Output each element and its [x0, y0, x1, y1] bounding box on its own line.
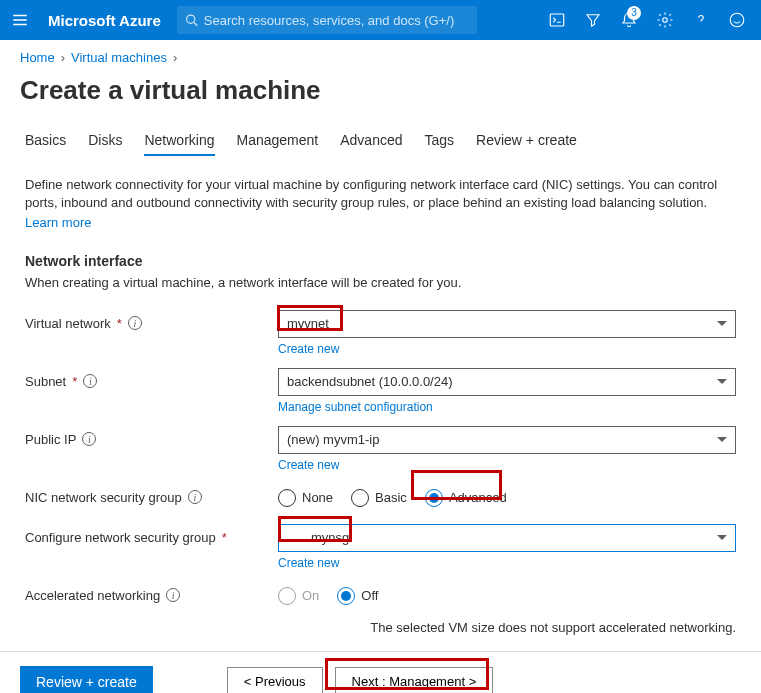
subnet-value: backendsubnet (10.0.0.0/24): [287, 374, 453, 389]
public-ip-select[interactable]: (new) myvm1-ip: [278, 426, 736, 454]
row-virtual-network: Virtual network* i myvnet Create new: [0, 304, 761, 362]
vnet-value: myvnet: [287, 316, 329, 331]
label-subnet: Subnet* i: [25, 368, 278, 389]
manage-subnet-link[interactable]: Manage subnet configuration: [278, 400, 736, 414]
config-nsg-value: mynsg: [287, 530, 349, 545]
chevron-down-icon: [717, 379, 727, 384]
label-config-nsg: Configure network security group*: [25, 524, 278, 545]
tab-review[interactable]: Review + create: [476, 126, 577, 156]
label-accel: Accelerated networking i: [25, 582, 278, 603]
next-button[interactable]: Next : Management >: [335, 667, 494, 693]
breadcrumb-home[interactable]: Home: [20, 50, 55, 65]
accel-radio-on: On: [278, 587, 319, 605]
breadcrumb: Home › Virtual machines ›: [0, 40, 761, 69]
review-create-button[interactable]: Review + create: [20, 666, 153, 693]
svg-rect-2: [550, 14, 564, 26]
row-subnet: Subnet* i backendsubnet (10.0.0.0/24) Ma…: [0, 362, 761, 420]
top-bar: Microsoft Azure 3: [0, 0, 761, 40]
search-icon: [185, 13, 198, 27]
wizard-footer: Review + create < Previous Next : Manage…: [0, 651, 761, 693]
tab-basics[interactable]: Basics: [25, 126, 66, 156]
help-icon[interactable]: [685, 4, 717, 36]
tab-networking[interactable]: Networking: [144, 126, 214, 156]
chevron-right-icon: ›: [173, 50, 177, 65]
page-title: Create a virtual machine: [0, 69, 761, 126]
label-vnet: Virtual network* i: [25, 310, 278, 331]
notifications-icon[interactable]: 3: [613, 4, 645, 36]
chevron-down-icon: [717, 437, 727, 442]
settings-icon[interactable]: [649, 4, 681, 36]
section-heading: Network interface: [0, 237, 761, 275]
feedback-icon[interactable]: [721, 4, 753, 36]
public-ip-value: (new) myvm1-ip: [287, 432, 379, 447]
breadcrumb-vms[interactable]: Virtual machines: [71, 50, 167, 65]
svg-line-1: [194, 22, 197, 25]
directory-filter-icon[interactable]: [577, 4, 609, 36]
tab-tags[interactable]: Tags: [425, 126, 455, 156]
notification-badge: 3: [627, 6, 641, 20]
info-icon[interactable]: i: [166, 588, 180, 602]
info-icon[interactable]: i: [83, 374, 97, 388]
row-config-nsg: Configure network security group* mynsg …: [0, 518, 761, 576]
label-nic-nsg: NIC network security group i: [25, 484, 278, 505]
wizard-tabs: Basics Disks Networking Management Advan…: [0, 126, 761, 156]
learn-more-link[interactable]: Learn more: [25, 212, 736, 232]
hamburger-menu-icon[interactable]: [8, 8, 32, 32]
nsg-radio-advanced[interactable]: Advanced: [425, 489, 507, 507]
svg-point-4: [730, 13, 744, 27]
nsg-create-new-link[interactable]: Create new: [278, 556, 736, 570]
global-search[interactable]: [177, 6, 477, 34]
info-icon[interactable]: i: [128, 316, 142, 330]
info-icon[interactable]: i: [82, 432, 96, 446]
row-public-ip: Public IP i (new) myvm1-ip Create new: [0, 420, 761, 478]
chevron-down-icon: [717, 535, 727, 540]
tab-description: Define network connectivity for your vir…: [0, 162, 761, 237]
info-icon[interactable]: i: [188, 490, 202, 504]
svg-point-3: [663, 18, 668, 23]
nsg-radio-none[interactable]: None: [278, 489, 333, 507]
chevron-down-icon: [717, 321, 727, 326]
subnet-select[interactable]: backendsubnet (10.0.0.0/24): [278, 368, 736, 396]
accel-note: The selected VM size does not support ac…: [0, 616, 761, 635]
vnet-select[interactable]: myvnet: [278, 310, 736, 338]
tab-advanced[interactable]: Advanced: [340, 126, 402, 156]
vnet-create-new-link[interactable]: Create new: [278, 342, 736, 356]
row-nic-nsg: NIC network security group i None Basic …: [0, 478, 761, 518]
cloud-shell-icon[interactable]: [541, 4, 573, 36]
topbar-icons: 3: [541, 4, 753, 36]
global-search-input[interactable]: [204, 13, 469, 28]
accel-radio-group: On Off: [278, 582, 736, 610]
brand-label[interactable]: Microsoft Azure: [40, 12, 169, 29]
previous-button[interactable]: < Previous: [227, 667, 323, 693]
row-accel-networking: Accelerated networking i On Off: [0, 576, 761, 616]
tab-disks[interactable]: Disks: [88, 126, 122, 156]
nsg-radio-group: None Basic Advanced: [278, 484, 736, 512]
description-text: Define network connectivity for your vir…: [25, 177, 717, 210]
svg-point-0: [186, 15, 194, 23]
tab-management[interactable]: Management: [237, 126, 319, 156]
config-nsg-select[interactable]: mynsg: [278, 524, 736, 552]
label-public-ip: Public IP i: [25, 426, 278, 447]
accel-radio-off[interactable]: Off: [337, 587, 378, 605]
nsg-radio-basic[interactable]: Basic: [351, 489, 407, 507]
section-subtext: When creating a virtual machine, a netwo…: [0, 275, 761, 304]
publicip-create-new-link[interactable]: Create new: [278, 458, 736, 472]
chevron-right-icon: ›: [61, 50, 65, 65]
